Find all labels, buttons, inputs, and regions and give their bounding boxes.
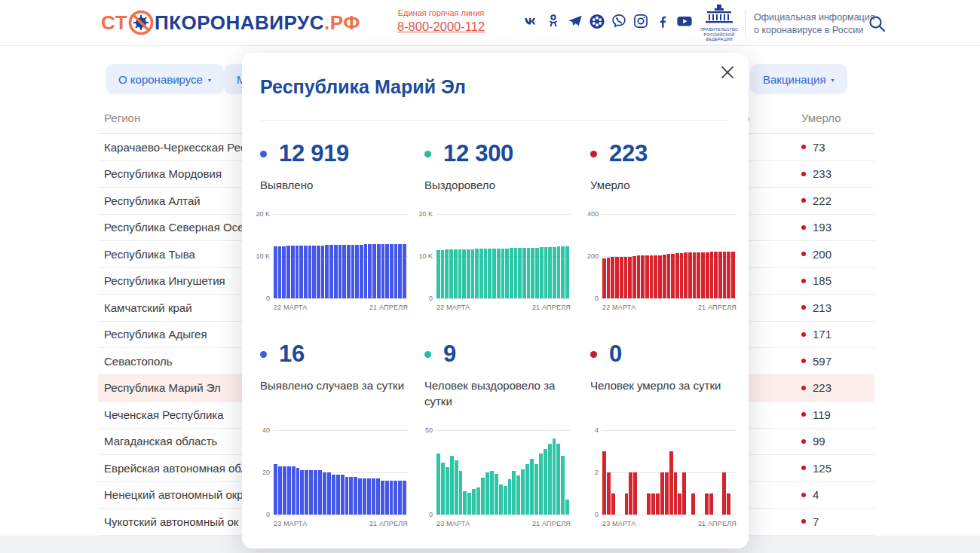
bar-series	[274, 214, 406, 298]
instagram-icon[interactable]	[632, 13, 649, 29]
bar	[615, 257, 619, 298]
bar	[394, 244, 398, 298]
y-tick-label: 2	[595, 469, 599, 476]
died-value-cell: 222	[801, 194, 874, 207]
official-info-line2: о коронавирусе в России	[754, 24, 875, 37]
chart-deaths-cumulative: 4002000 22 МАРТА21 АПРЕЛЯ	[581, 214, 737, 315]
bar	[347, 245, 351, 298]
stat-label: Выявлено	[260, 177, 407, 193]
chart-confirmed-cumulative: 20 K10 K0 22 МАРТА21 АПРЕЛЯ	[253, 214, 408, 315]
odnoklassniki-icon[interactable]	[545, 13, 562, 29]
stat-value: 9	[443, 341, 456, 368]
bar	[376, 478, 380, 515]
bar-series	[602, 430, 735, 515]
bar	[641, 255, 645, 298]
y-axis: 20 K10 K0	[415, 214, 436, 298]
bar	[565, 500, 569, 515]
nav-about-coronavirus[interactable]: О коронавирусе ▾	[106, 64, 224, 94]
vk-icon[interactable]	[523, 13, 540, 29]
bar	[372, 478, 375, 515]
died-value: 125	[813, 462, 831, 475]
red-dot-icon	[801, 198, 806, 203]
y-axis: 500	[415, 430, 436, 515]
bar	[299, 246, 303, 298]
bar	[535, 248, 539, 298]
bar	[525, 464, 529, 515]
bar	[556, 444, 560, 515]
bar	[305, 470, 308, 515]
facebook-icon[interactable]	[654, 13, 671, 29]
bar	[678, 493, 681, 515]
bar	[544, 449, 547, 515]
bar	[727, 493, 730, 515]
bar	[645, 255, 649, 298]
bar	[488, 249, 492, 298]
bar	[385, 244, 389, 298]
official-info-line1: Официальная информация	[754, 11, 875, 24]
bar	[701, 252, 705, 298]
bar	[403, 244, 406, 298]
bar	[561, 246, 565, 298]
bar	[530, 459, 534, 515]
bar	[475, 249, 479, 298]
viber-icon[interactable]	[611, 13, 627, 29]
died-value: 99	[813, 435, 825, 448]
hotline-phone-link[interactable]: 8-800-2000-112	[392, 20, 490, 34]
bar	[654, 255, 657, 298]
bar	[390, 481, 394, 515]
nav-vaccination[interactable]: Вакцинация ▾	[750, 64, 847, 94]
bar	[684, 252, 688, 298]
red-dot-icon	[801, 439, 806, 444]
stat-value: 223	[609, 140, 648, 167]
youtube-icon[interactable]	[676, 13, 693, 29]
x-axis-start-label: 23 МАРТА	[436, 520, 470, 527]
bar	[650, 255, 654, 298]
y-axis: 4002000	[581, 214, 602, 298]
bar	[385, 481, 389, 515]
search-icon[interactable]	[867, 14, 887, 33]
bar	[354, 477, 357, 515]
government-emblem[interactable]: ПРАВИТЕЛЬСТВО РОССИЙСКОЙ ФЕДЕРАЦИИ	[700, 5, 739, 42]
bar	[497, 249, 501, 298]
bar	[341, 475, 345, 515]
bar	[309, 470, 313, 515]
bar	[467, 493, 471, 515]
dzen-icon[interactable]	[589, 13, 605, 29]
bar	[485, 472, 489, 515]
close-icon[interactable]	[718, 63, 737, 82]
died-value: 193	[813, 221, 831, 234]
bar	[628, 257, 632, 298]
bar	[286, 246, 290, 298]
stat-value: 16	[279, 341, 305, 368]
stat-recovered-daily: 9 Человек выздоровело за сутки	[424, 341, 571, 409]
bar	[667, 254, 671, 298]
stat-label: Человек выздоровело за сутки	[424, 377, 571, 409]
bar	[501, 249, 505, 298]
plot-area	[436, 430, 571, 515]
bar	[278, 246, 282, 298]
y-tick-label: 10 K	[418, 252, 433, 260]
died-value: 73	[813, 141, 825, 154]
bar	[534, 464, 538, 515]
stat-value: 12 300	[443, 140, 513, 167]
bar	[647, 493, 651, 515]
x-axis-start-label: 22 МАРТА	[602, 304, 635, 311]
bar	[691, 493, 695, 515]
site-logo[interactable]: СТ ПКОРОНАВИРУС .РФ	[101, 10, 360, 35]
x-axis-end-label: 21 АПРЕЛЯ	[369, 304, 408, 311]
died-value-cell: 200	[801, 248, 874, 261]
bar-series	[602, 214, 735, 298]
plot-area	[602, 214, 737, 298]
plot-area	[436, 214, 571, 298]
y-axis: 420	[581, 430, 602, 515]
bar	[381, 244, 385, 298]
bar	[620, 257, 623, 298]
bar	[651, 493, 655, 515]
died-value: 185	[813, 274, 831, 287]
red-dot-icon	[801, 279, 806, 283]
telegram-icon[interactable]	[567, 13, 583, 29]
y-tick-label: 20	[262, 469, 270, 476]
bar	[449, 249, 453, 298]
stat-label: Человек умерло за сутки	[590, 377, 737, 393]
government-building-icon	[702, 5, 737, 24]
